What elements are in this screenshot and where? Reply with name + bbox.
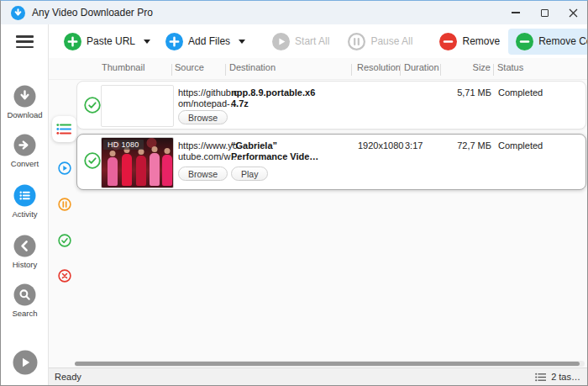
file-size: 5,71 МБ [441, 87, 491, 98]
sidebar-item-activity[interactable]: Activity [1, 184, 49, 219]
thumbnail-placeholder [101, 85, 174, 127]
column-header-status[interactable]: Status [497, 62, 523, 72]
remove-button[interactable]: Remove [436, 29, 503, 55]
toolbar: Paste URL Add Files Start All Pause All … [50, 24, 587, 58]
history-icon [13, 235, 36, 257]
add-files-button[interactable]: Add Files [162, 29, 249, 55]
destination-filename: npp.8.9.portable.x6 4.7z [231, 87, 357, 109]
task-count-label: 2 tas… [551, 372, 580, 382]
column-separator [225, 64, 226, 76]
pause-all-button: Pause All [344, 29, 416, 55]
sidebar-item-download[interactable]: Download [1, 85, 49, 119]
filter-downloading-icon[interactable] [58, 161, 71, 175]
browse-button[interactable]: Browse [178, 167, 228, 181]
task-list-icon [535, 373, 547, 382]
scrollbar-thumb[interactable] [75, 362, 580, 366]
column-separator [440, 64, 441, 76]
column-separator [400, 64, 401, 76]
header-divider [49, 79, 587, 80]
paste-url-button[interactable]: Paste URL [60, 29, 154, 55]
source-url: https://www.yo utube.com/w… [178, 140, 234, 162]
close-button[interactable] [559, 1, 587, 24]
completed-check-icon [84, 152, 101, 169]
minimize-icon [512, 12, 520, 13]
play-icon [272, 33, 290, 50]
sidebar-item-player[interactable] [1, 350, 49, 375]
pause-all-label: Pause All [370, 35, 412, 47]
chevron-down-icon [144, 40, 150, 44]
sidebar-item-history[interactable]: History [1, 235, 49, 269]
titlebar: Any Video Downloader Pro [1, 1, 587, 24]
play-button[interactable]: Play [231, 167, 268, 181]
sidebar-item-label: Search [12, 309, 37, 318]
maximize-button[interactable] [530, 1, 559, 24]
column-header-duration[interactable]: Duration [404, 62, 439, 72]
plus-icon [64, 33, 81, 50]
sidebar-item-search[interactable]: Search [1, 283, 49, 318]
filter-all-icon[interactable] [56, 123, 71, 135]
column-separator [171, 64, 172, 76]
app-logo-icon [11, 6, 25, 20]
statusbar: Ready 2 tas… [49, 367, 587, 385]
remove-completed-button[interactable]: Remove Completed [508, 29, 588, 55]
pause-icon [348, 33, 365, 50]
column-header-source[interactable]: Source [175, 62, 204, 72]
close-icon [569, 8, 578, 18]
status-text: Completed [498, 87, 543, 98]
filter-completed-icon[interactable] [58, 234, 71, 247]
table-row[interactable]: https://github.c om/notepad-… npp.8.9.po… [76, 81, 586, 130]
column-header-destination[interactable]: Destination [229, 62, 276, 72]
paste-url-label: Paste URL [87, 35, 135, 47]
remove-completed-label: Remove Completed [538, 35, 588, 47]
completed-check-icon [84, 97, 101, 114]
app-window: Any Video Downloader Pro Download Conver… [0, 0, 588, 386]
download-icon [13, 85, 36, 108]
sidebar-item-label: Convert [11, 159, 39, 168]
window-title: Any Video Downloader Pro [32, 7, 153, 19]
column-header-thumbnail[interactable]: Thumbnail [102, 62, 144, 72]
filter-paused-icon[interactable] [58, 198, 71, 211]
filter-failed-icon[interactable] [58, 269, 71, 283]
player-icon [13, 350, 38, 375]
maximize-icon [541, 9, 549, 17]
start-all-button: Start All [269, 29, 333, 55]
minus-icon [516, 33, 533, 50]
sidebar-item-convert[interactable]: Convert [1, 134, 49, 168]
source-url: https://github.c om/notepad-… [178, 87, 234, 109]
plus-icon [165, 33, 183, 50]
menu-button[interactable] [16, 35, 34, 51]
status-message: Ready [55, 372, 81, 382]
sidebar-item-label: History [13, 260, 38, 269]
sidebar-item-label: Activity [12, 209, 37, 219]
task-count: 2 tas… [535, 372, 580, 382]
browse-button[interactable]: Browse [178, 110, 228, 124]
minus-icon [439, 33, 457, 50]
column-header-size[interactable]: Size [440, 62, 491, 72]
column-separator [351, 64, 352, 76]
duration: 3:17 [405, 140, 423, 151]
task-list-panel: Thumbnail Source Destination Resolution … [49, 58, 587, 367]
convert-icon [13, 134, 36, 156]
search-icon [13, 283, 36, 306]
sidebar: Download Convert Activity History Search [1, 24, 49, 385]
resolution: 1920x1080 [358, 140, 403, 151]
hd-badge: HD 1080 [103, 140, 144, 150]
add-files-label: Add Files [188, 35, 230, 47]
minimize-button[interactable] [501, 1, 530, 24]
chevron-down-icon [239, 40, 245, 44]
video-thumbnail: HD 1080 [101, 137, 174, 188]
status-text: Completed [498, 140, 543, 151]
remove-label: Remove [462, 35, 500, 47]
activity-icon [13, 184, 36, 207]
start-all-label: Start All [295, 35, 329, 47]
file-size: 72,7 МБ [441, 140, 491, 151]
table-row-selected[interactable]: HD 1080 https://www.yo utube.com/w… “Gab… [76, 134, 586, 190]
sidebar-item-label: Download [7, 110, 42, 119]
destination-filename: “Gabriela” Performance Vide… [231, 140, 357, 162]
column-separator [493, 64, 494, 76]
column-header-resolution[interactable]: Resolution [357, 62, 401, 72]
horizontal-scrollbar[interactable] [75, 361, 585, 367]
